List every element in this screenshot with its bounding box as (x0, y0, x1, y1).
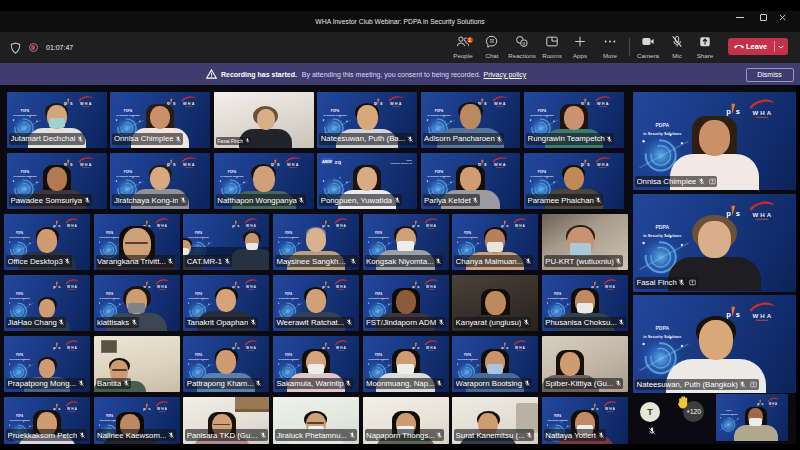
svg-text:s: s (173, 161, 176, 166)
svg-text:s: s (417, 345, 420, 350)
svg-text:s: s (148, 406, 151, 411)
svg-text:s: s (327, 284, 330, 289)
svg-text:p: p (53, 284, 56, 289)
svg-text:PDPA: PDPA (538, 170, 547, 174)
svg-text:p: p (143, 406, 146, 411)
svg-text:s: s (736, 107, 740, 116)
svg-text:PDPA: PDPA (554, 292, 561, 296)
svg-text:p: p (322, 284, 325, 289)
svg-text:s: s (277, 161, 280, 166)
svg-text:in Security Solutions: in Security Solutions (189, 297, 210, 299)
svg-text:PDPA: PDPA (655, 223, 669, 229)
svg-text:in Security Solutions: in Security Solutions (427, 175, 451, 177)
svg-text:WHA: WHA (426, 224, 437, 228)
svg-text:p: p (726, 209, 731, 218)
svg-text:p: p (232, 222, 235, 227)
svg-text:national phuwet st: national phuwet st (391, 162, 412, 165)
svg-text:WHA: WHA (426, 346, 437, 350)
svg-text:WHA: WHA (336, 224, 347, 228)
svg-text:WHA: WHA (67, 346, 78, 350)
svg-text:WHA: WHA (246, 346, 257, 350)
svg-text:s: s (587, 100, 590, 105)
svg-text:in Security Solutions: in Security Solutions (368, 297, 389, 299)
svg-text:WHA: WHA (605, 408, 616, 412)
svg-text:p: p (167, 161, 170, 166)
svg-text:WHA: WHA (597, 102, 609, 106)
svg-text:s: s (736, 209, 740, 218)
svg-text:in Security Solutions: in Security Solutions (13, 175, 37, 177)
svg-text:WHA: WHA (183, 102, 195, 106)
svg-text:WHA: WHA (605, 285, 616, 289)
svg-text:s: s (596, 284, 599, 289)
svg-text:WHA: WHA (769, 402, 777, 406)
svg-text:p: p (322, 222, 325, 227)
svg-text:PDPA: PDPA (554, 414, 561, 418)
svg-text:s: s (58, 406, 61, 411)
svg-text:WHA: WHA (336, 346, 347, 350)
svg-text:PDPA: PDPA (538, 109, 547, 113)
svg-text:in Security Solutions: in Security Solutions (547, 297, 568, 299)
svg-text:in Security Solutions: in Security Solutions (278, 236, 299, 238)
svg-text:PDPA: PDPA (374, 353, 381, 357)
svg-text:PDPA: PDPA (464, 231, 471, 235)
svg-text:PDPA: PDPA (195, 231, 202, 235)
svg-text:PDPA: PDPA (434, 170, 443, 174)
svg-text:in Security Solutions: in Security Solutions (9, 359, 30, 361)
svg-text:WHA: WHA (426, 285, 437, 289)
svg-text:WHA: WHA (246, 224, 257, 228)
svg-text:PDPA: PDPA (228, 170, 237, 174)
svg-text:WHA: WHA (752, 211, 771, 218)
svg-text:WHA: WHA (515, 224, 526, 228)
svg-text:WHA: WHA (157, 408, 168, 412)
svg-text:s: s (417, 222, 420, 227)
svg-text:PDPA: PDPA (374, 292, 381, 296)
svg-text:WHA: WHA (67, 224, 78, 228)
svg-text:PDPA: PDPA (285, 292, 292, 296)
svg-text:PDPA: PDPA (726, 408, 732, 410)
svg-text:WHA: WHA (336, 285, 347, 289)
svg-text:in Security Solutions: in Security Solutions (189, 236, 210, 238)
svg-text:WHA: WHA (390, 102, 402, 106)
svg-text:s: s (58, 345, 61, 350)
svg-text:s: s (736, 310, 740, 319)
svg-text:in Security Solutions: in Security Solutions (643, 233, 681, 237)
svg-text:WHA: WHA (752, 109, 771, 116)
svg-text:s: s (417, 284, 420, 289)
svg-text:s: s (70, 100, 73, 105)
svg-text:p: p (64, 100, 67, 105)
svg-text:s: s (58, 222, 61, 227)
svg-text:PDPA: PDPA (16, 414, 23, 418)
svg-text:p: p (757, 401, 759, 405)
svg-text:s: s (237, 222, 240, 227)
svg-text:PDPA: PDPA (434, 109, 443, 113)
svg-text:in Security Solutions: in Security Solutions (13, 114, 37, 116)
svg-text:s: s (148, 284, 151, 289)
svg-text:PDPA: PDPA (195, 353, 202, 357)
svg-text:PDPA: PDPA (21, 109, 30, 113)
svg-text:ABW: ABW (322, 159, 332, 164)
svg-text:s: s (58, 284, 61, 289)
svg-text:PDPA: PDPA (285, 231, 292, 235)
svg-text:p: p (726, 107, 731, 116)
svg-text:WHA: WHA (183, 163, 195, 167)
svg-text:PDPA: PDPA (655, 325, 669, 331)
svg-text:in Security Solutions: in Security Solutions (530, 114, 554, 116)
svg-text:PDPA: PDPA (124, 109, 133, 113)
svg-text:PDPA: PDPA (331, 109, 340, 113)
svg-text:PDPA: PDPA (16, 231, 23, 235)
svg-text:PDPA: PDPA (106, 292, 113, 296)
svg-text:in Security Solutions: in Security Solutions (368, 359, 389, 361)
svg-text:in Security Solutions: in Security Solutions (530, 175, 554, 177)
svg-text:WHA: WHA (67, 285, 78, 289)
svg-text:in Security Solutions: in Security Solutions (99, 236, 120, 238)
svg-text:in Security Solutions: in Security Solutions (643, 131, 681, 135)
svg-text:in Security Solutions: in Security Solutions (324, 114, 348, 116)
svg-text:PDPA: PDPA (106, 414, 113, 418)
svg-text:p: p (53, 345, 56, 350)
svg-text:in Security Solutions: in Security Solutions (547, 420, 568, 422)
svg-text:in Security Solutions: in Security Solutions (99, 297, 120, 299)
svg-text:WHA: WHA (80, 102, 92, 106)
svg-text:in Security Solutions: in Security Solutions (220, 175, 244, 177)
svg-text:p: p (412, 222, 415, 227)
svg-text:in Security Solutions: in Security Solutions (643, 335, 681, 339)
